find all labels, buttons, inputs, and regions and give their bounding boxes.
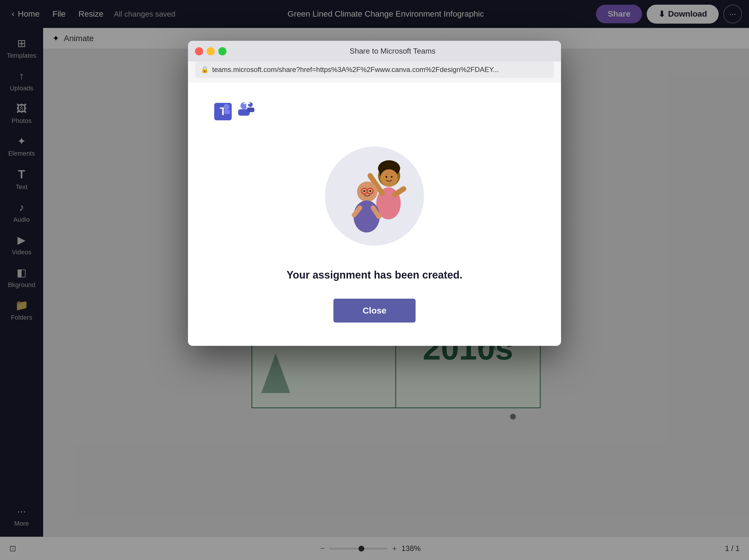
people-illustration xyxy=(325,147,424,245)
traffic-lights xyxy=(195,47,227,56)
svg-rect-9 xyxy=(246,103,248,108)
svg-point-25 xyxy=(369,190,371,192)
teams-logo-icon: T xyxy=(211,100,235,123)
success-message: Your assignment has been created. xyxy=(286,269,463,281)
lock-icon: 🔒 xyxy=(201,66,209,73)
svg-point-14 xyxy=(380,169,398,187)
browser-window: Share to Microsoft Teams 🔒 teams.microso… xyxy=(188,41,561,346)
modal-overlay: Share to Microsoft Teams 🔒 teams.microso… xyxy=(0,0,749,560)
browser-titlebar: Share to Microsoft Teams xyxy=(188,41,561,62)
svg-point-16 xyxy=(391,176,392,178)
close-traffic-light[interactable] xyxy=(195,47,203,56)
svg-rect-7 xyxy=(247,108,254,112)
teams-logo-area: T xyxy=(211,100,538,123)
maximize-traffic-light[interactable] xyxy=(218,47,227,56)
svg-point-24 xyxy=(363,190,365,192)
svg-point-15 xyxy=(386,176,387,178)
close-button[interactable]: Close xyxy=(334,299,415,323)
svg-point-28 xyxy=(376,213,382,219)
svg-rect-3 xyxy=(224,110,230,114)
browser-address-bar[interactable]: 🔒 teams.microsoft.com/share?href=https%3… xyxy=(195,62,554,78)
teams-full-logo-icon xyxy=(235,100,258,123)
minimize-traffic-light[interactable] xyxy=(207,47,215,56)
svg-point-2 xyxy=(223,104,229,110)
browser-content: T xyxy=(188,83,561,346)
svg-point-26 xyxy=(354,200,380,233)
browser-title: Share to Microsoft Teams xyxy=(231,47,554,56)
success-illustration xyxy=(325,147,424,245)
browser-url: teams.microsoft.com/share?href=https%3A%… xyxy=(212,66,499,74)
